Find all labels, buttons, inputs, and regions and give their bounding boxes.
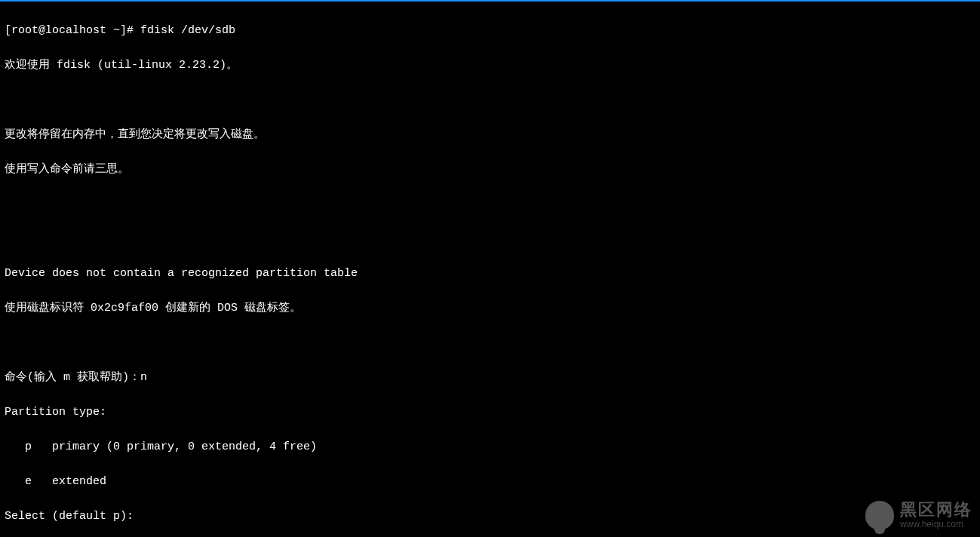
- output-line: Select (default p):: [5, 508, 975, 525]
- output-line: p primary (0 primary, 0 extended, 4 free…: [5, 438, 975, 456]
- watermark: 黑区网络 www.heiqu.com: [865, 501, 972, 529]
- output-line: 命令(输入 m 获取帮助)：n: [5, 369, 975, 386]
- watermark-title: 黑区网络: [900, 501, 972, 519]
- command-line-1: [root@localhost ~]# fdisk /dev/sdb: [5, 22, 975, 39]
- output-line: 更改将停留在内存中，直到您决定将更改写入磁盘。: [5, 126, 975, 143]
- output-line: [5, 334, 975, 351]
- prompt: [root@localhost ~]#: [5, 24, 140, 37]
- command: fdisk /dev/sdb: [140, 24, 235, 37]
- output-line: [5, 91, 975, 109]
- output-line: e extended: [5, 473, 975, 490]
- terminal[interactable]: [root@localhost ~]# fdisk /dev/sdb 欢迎使用 …: [0, 2, 980, 537]
- mushroom-icon: [865, 501, 894, 529]
- output-line: [5, 195, 975, 213]
- watermark-text: 黑区网络 www.heiqu.com: [900, 501, 972, 529]
- watermark-url: www.heiqu.com: [900, 520, 972, 529]
- output-line: Partition type:: [5, 404, 975, 421]
- output-line: 欢迎使用 fdisk (util-linux 2.23.2)。: [5, 57, 975, 74]
- output-line: [5, 230, 975, 247]
- output-line: 使用磁盘标识符 0x2c9faf00 创建新的 DOS 磁盘标签。: [5, 299, 975, 317]
- output-line: 使用写入命令前请三思。: [5, 161, 975, 178]
- output-line: Device does not contain a recognized par…: [5, 265, 975, 282]
